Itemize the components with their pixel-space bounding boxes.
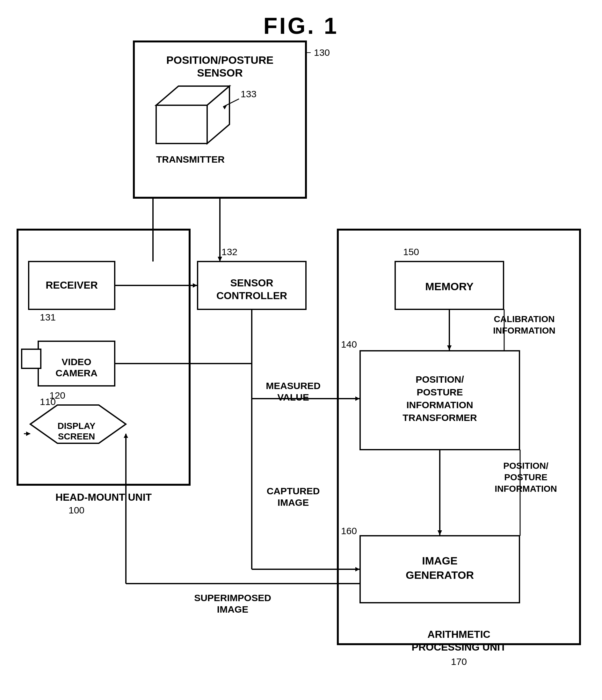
svg-marker-7 (207, 86, 230, 144)
svg-text:MEMORY: MEMORY (425, 280, 474, 293)
svg-rect-27 (22, 349, 41, 368)
svg-text:TRANSMITTER: TRANSMITTER (156, 154, 225, 165)
svg-text:MEASURED: MEASURED (266, 380, 321, 391)
svg-text:SENSOR: SENSOR (197, 67, 243, 79)
svg-rect-19 (29, 261, 115, 309)
svg-text:170: 170 (451, 656, 467, 667)
svg-text:130: 130 (314, 47, 330, 58)
svg-text:IMAGE: IMAGE (422, 555, 457, 567)
svg-rect-0 (134, 42, 306, 198)
svg-text:POSTURE: POSTURE (417, 387, 463, 397)
fig-title: FIG. 1 (263, 13, 338, 39)
svg-text:CALIBRATION: CALIBRATION (494, 314, 555, 324)
svg-text:IMAGE: IMAGE (217, 604, 248, 615)
svg-text:SUPERIMPOSED: SUPERIMPOSED (194, 593, 271, 603)
svg-marker-33 (26, 431, 30, 436)
svg-rect-15 (338, 230, 580, 644)
svg-text:SENSOR: SENSOR (230, 277, 273, 289)
svg-line-9 (223, 99, 239, 107)
svg-marker-79 (124, 434, 128, 438)
svg-marker-31 (30, 405, 126, 443)
svg-rect-12 (18, 230, 190, 485)
svg-marker-51 (218, 257, 222, 261)
svg-text:VIDEO: VIDEO (61, 356, 91, 367)
svg-text:PROCESSING UNIT: PROCESSING UNIT (412, 641, 506, 653)
svg-marker-53 (193, 283, 197, 288)
svg-marker-10 (223, 105, 227, 109)
svg-text:CAMERA: CAMERA (55, 368, 98, 378)
svg-text:GENERATOR: GENERATOR (406, 569, 474, 581)
svg-text:POSITION/: POSITION/ (416, 374, 464, 384)
svg-text:132: 132 (221, 247, 237, 257)
svg-text:INFORMATION: INFORMATION (493, 326, 555, 335)
svg-text:INFORMATION: INFORMATION (406, 400, 473, 410)
svg-marker-73 (355, 567, 360, 572)
svg-rect-46 (360, 536, 520, 603)
diagram-svg: POSITION/POSTURE SENSOR 130 133 TRANSMIT… (0, 0, 602, 700)
svg-text:120: 120 (49, 390, 65, 401)
svg-rect-22 (198, 261, 306, 309)
svg-text:131: 131 (40, 312, 56, 322)
svg-text:150: 150 (403, 247, 419, 257)
svg-marker-5 (156, 105, 207, 144)
svg-text:SCREEN: SCREEN (58, 431, 95, 441)
svg-marker-60 (447, 345, 451, 350)
svg-text:POSITION/: POSITION/ (503, 461, 548, 471)
svg-text:DISPLAY: DISPLAY (58, 421, 96, 431)
svg-text:HEAD-MOUNT UNIT: HEAD-MOUNT UNIT (55, 492, 152, 503)
svg-marker-56 (355, 396, 360, 401)
svg-rect-40 (360, 351, 520, 450)
svg-text:133: 133 (241, 89, 257, 99)
svg-text:100: 100 (69, 505, 84, 515)
svg-text:TRANSFORMER: TRANSFORMER (402, 412, 477, 423)
svg-rect-26 (38, 341, 115, 386)
svg-text:RECEIVER: RECEIVER (46, 279, 98, 291)
svg-text:160: 160 (341, 526, 357, 536)
svg-text:IMAGE: IMAGE (278, 497, 309, 508)
svg-text:CONTROLLER: CONTROLLER (216, 290, 287, 301)
svg-text:110: 110 (40, 396, 56, 407)
svg-text:POSTURE: POSTURE (504, 472, 547, 482)
svg-text:VALUE: VALUE (277, 392, 309, 402)
svg-text:POSITION/POSTURE: POSITION/POSTURE (166, 54, 273, 66)
svg-text:140: 140 (341, 339, 357, 350)
diagram-container: FIG. 1 POSITION/POSTURE SENSOR 130 133 T… (0, 0, 602, 700)
svg-text:CAPTURED: CAPTURED (267, 486, 320, 496)
svg-text:ARITHMETIC: ARITHMETIC (427, 629, 490, 640)
svg-text:INFORMATION: INFORMATION (495, 484, 557, 494)
svg-rect-37 (395, 261, 503, 309)
svg-marker-6 (156, 86, 230, 105)
svg-marker-65 (438, 530, 442, 535)
